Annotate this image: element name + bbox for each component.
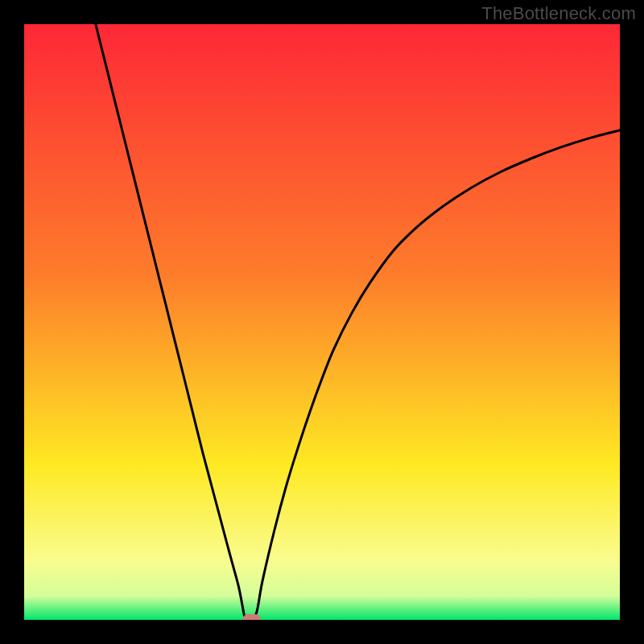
bottleneck-chart-svg: [24, 24, 620, 620]
gradient-background: [24, 24, 620, 620]
chart-frame: TheBottleneck.com: [0, 0, 644, 644]
plot-area: [24, 24, 620, 620]
watermark-text: TheBottleneck.com: [481, 3, 636, 24]
notch-marker-icon: [243, 614, 261, 620]
